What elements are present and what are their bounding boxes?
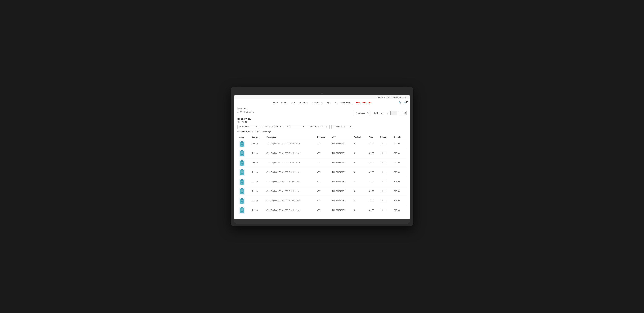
designer-filter[interactable]: DESIGNER ▼ xyxy=(238,125,259,129)
product-description[interactable]: 4711 Original 27.1 oz. EDC Splash Unisex xyxy=(265,177,316,187)
main-nav: Home Women Men Clearance New Arrivals Lo… xyxy=(234,99,410,106)
availability-filter[interactable]: AVAILABILITY ▼ xyxy=(331,125,353,129)
quantity-input[interactable] xyxy=(380,180,387,183)
product-description-link[interactable]: 4711 Original 27.1 oz. EDC Splash Unisex xyxy=(266,171,300,173)
product-designer: 4711 xyxy=(316,187,330,196)
product-description[interactable]: 4711 Original 27.1 oz. EDC Splash Unisex xyxy=(265,168,316,177)
product-description[interactable]: 4711 Original 27.1 oz. EDC Splash Unisex xyxy=(265,187,316,196)
product-image-cell: 4711 xyxy=(238,187,250,196)
product-subtotal: $26.00 xyxy=(393,206,406,215)
product-description[interactable]: 4711 Original 27.1 oz. EDC Splash Unisex xyxy=(265,206,316,215)
product-image: 4711 xyxy=(239,188,245,195)
svg-rect-15 xyxy=(241,169,243,170)
size-filter[interactable]: SIZE ▼ xyxy=(285,125,306,129)
product-description-link[interactable]: 4711 Original 27.1 oz. EDC Splash Unisex xyxy=(266,209,300,211)
nav-clearance[interactable]: Clearance xyxy=(299,102,308,104)
quantity-input[interactable] xyxy=(380,152,387,155)
product-description[interactable]: 4711 Original 27.1 oz. EDC Splash Unisex xyxy=(265,158,316,168)
product-description[interactable]: 4711 Original 27.1 oz. EDC Splash Unisex xyxy=(265,139,316,149)
product-image: 4711 xyxy=(239,207,245,214)
product-designer: 4711 xyxy=(316,149,330,158)
product-description[interactable]: 4711 Original 27.1 oz. EDC Splash Unisex xyxy=(265,149,316,158)
product-subtotal: $26.00 xyxy=(393,168,406,177)
nav-login[interactable]: Login xyxy=(326,102,331,104)
laptop-base-bottom xyxy=(234,224,410,226)
product-designer: 4711 xyxy=(316,177,330,187)
designer-filter-arrow: ▼ xyxy=(256,126,257,128)
product-available: 3 xyxy=(352,158,367,168)
nav-women[interactable]: Women xyxy=(281,102,288,104)
quantity-input[interactable] xyxy=(380,199,387,202)
nav-men[interactable]: Men xyxy=(292,102,295,104)
svg-rect-23 xyxy=(241,181,243,182)
product-quantity-cell xyxy=(379,168,393,177)
grid-view-button[interactable]: ◫ xyxy=(398,111,402,115)
product-price: $26.00 xyxy=(367,187,379,196)
product-available: 3 xyxy=(352,149,367,158)
product-designer: 4711 xyxy=(316,158,330,168)
product-description-link[interactable]: 4711 Original 27.1 oz. EDC Splash Unisex xyxy=(266,143,300,145)
nav-bulk-order[interactable]: Bulk Order Form xyxy=(356,102,372,104)
product-upc: 4011700740031 xyxy=(330,177,352,187)
product-description-link[interactable]: 4711 Original 27.1 oz. EDC Splash Unisex xyxy=(266,152,300,154)
product-upc: 4011700740031 xyxy=(330,149,352,158)
quantity-input[interactable] xyxy=(380,142,387,145)
svg-text:4711: 4711 xyxy=(241,202,243,203)
product-image-cell: 4711 xyxy=(238,206,250,215)
request-quote-link[interactable]: Request a Quote xyxy=(393,96,406,98)
product-type-filter[interactable]: PRODUCT TYPE ▼ xyxy=(308,125,330,129)
product-price: $26.00 xyxy=(367,206,379,215)
narrow-by-section: NARROW BY Clear All ✕ DESIGNER ▼ CONCENT… xyxy=(238,118,406,129)
product-description-link[interactable]: 4711 Original 27.1 oz. EDC Splash Unisex xyxy=(266,162,300,164)
product-image-cell: 4711 xyxy=(238,196,250,206)
col-header-upc: UPC xyxy=(330,135,352,139)
product-image: 4711 xyxy=(239,169,245,176)
product-category: Regular xyxy=(250,206,265,215)
compact-view-button[interactable]: ◿ xyxy=(403,111,406,115)
login-register-link[interactable]: Login or Register xyxy=(377,96,390,98)
breadcrumb-home[interactable]: Home xyxy=(238,107,242,109)
sort-select[interactable]: Sort by Name xyxy=(371,111,389,115)
product-description-link[interactable]: 4711 Original 27.1 oz. EDC Splash Unisex xyxy=(266,200,300,202)
filter-tag-remove-icon[interactable]: ✕ xyxy=(268,131,270,133)
table-row: 4711Regular4711 Original 27.1 oz. EDC Sp… xyxy=(238,149,406,158)
clear-all[interactable]: Clear All ✕ xyxy=(238,121,406,123)
product-upc: 4011700740031 xyxy=(330,168,352,177)
product-description-link[interactable]: 4711 Original 27.1 oz. EDC Splash Unisex xyxy=(266,181,300,183)
product-image: 4711 xyxy=(239,141,245,147)
per-page-select[interactable]: 96 per page xyxy=(353,111,370,115)
product-upc: 4011700740031 xyxy=(330,196,352,206)
product-available: 3 xyxy=(352,196,367,206)
product-quantity-cell xyxy=(379,187,393,196)
table-row: 4711Regular4711 Original 27.1 oz. EDC Sp… xyxy=(238,206,406,215)
product-description-link[interactable]: 4711 Original 27.1 oz. EDC Splash Unisex xyxy=(266,190,300,192)
nav-new-arrivals[interactable]: New Arrivals xyxy=(312,102,322,104)
search-icon[interactable]: 🔍 xyxy=(398,101,402,104)
designer-filter-label: DESIGNER xyxy=(239,126,249,128)
svg-text:4711: 4711 xyxy=(241,183,243,184)
quantity-input[interactable] xyxy=(380,190,387,193)
svg-rect-33 xyxy=(241,200,243,201)
product-price: $26.00 xyxy=(367,149,379,158)
nav-home[interactable]: Home xyxy=(272,102,278,104)
concentration-filter[interactable]: CONCENTRATION ▼ xyxy=(261,125,283,129)
quantity-input[interactable] xyxy=(380,171,387,174)
quantity-input[interactable] xyxy=(380,209,387,212)
list-view-button[interactable]: ═══ xyxy=(390,111,397,115)
product-description[interactable]: 4711 Original 27.1 oz. EDC Splash Unisex xyxy=(265,196,316,206)
quantity-input[interactable] xyxy=(380,161,387,164)
product-quantity-cell xyxy=(379,139,393,149)
filter-tag-hide-out-of-stock: Hide Out Of Stock Items ✕ xyxy=(248,131,270,133)
product-available: 3 xyxy=(352,206,367,215)
product-designer: 4711 xyxy=(316,139,330,149)
cart-icon[interactable]: 🛒 0 xyxy=(404,101,406,104)
product-upc: 4011700740031 xyxy=(330,187,352,196)
svg-text:4711: 4711 xyxy=(241,173,243,174)
clear-all-x-icon[interactable]: ✕ xyxy=(245,121,247,123)
nav-icons: 🔍 🛒 0 xyxy=(398,101,406,104)
nav-wholesale[interactable]: Wholesale Price List xyxy=(334,102,352,104)
col-header-available: Available xyxy=(352,135,367,139)
col-header-quantity: Quantity xyxy=(379,135,393,139)
col-header-price: Price xyxy=(367,135,379,139)
svg-rect-10 xyxy=(241,160,243,161)
